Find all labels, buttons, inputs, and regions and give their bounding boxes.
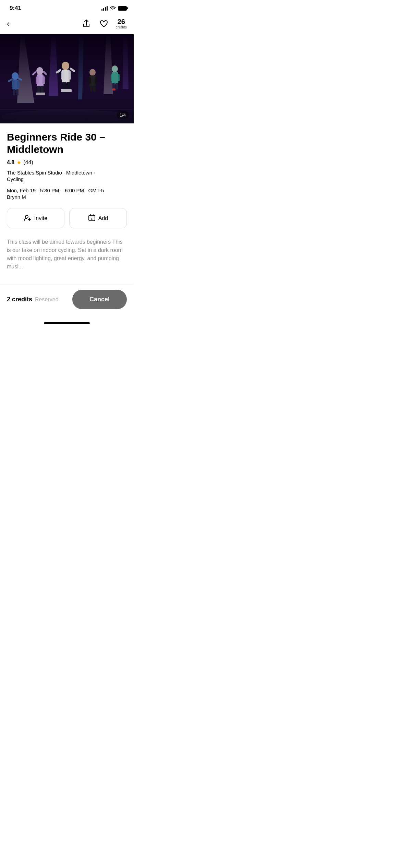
svg-rect-19: [37, 86, 40, 93]
instructor-row: Brynn M: [7, 194, 127, 200]
schedule-row: Mon, Feb 19 · 5:30 PM – 6:00 PM · GMT-5: [7, 188, 127, 193]
nav-left: ‹: [7, 18, 12, 29]
star-icon: ★: [16, 159, 21, 166]
svg-rect-29: [66, 82, 70, 89]
credits-reserved: Reserved: [35, 297, 58, 303]
share-button[interactable]: [81, 18, 92, 29]
cancel-button[interactable]: Cancel: [72, 290, 127, 309]
svg-rect-17: [36, 76, 39, 84]
svg-rect-11: [13, 89, 15, 95]
rating-number: 4.8: [7, 159, 14, 166]
rating-row: 4.8 ★ (44): [7, 159, 127, 166]
studio-name: The Stables Spin Studio: [7, 170, 62, 176]
svg-rect-36: [95, 77, 97, 84]
svg-rect-41: [111, 74, 113, 81]
favorite-button[interactable]: [98, 18, 110, 29]
studio-location: Middletown: [66, 170, 92, 176]
class-type: Cycling: [7, 176, 127, 182]
svg-rect-9: [12, 81, 14, 88]
wifi-icon: [110, 5, 116, 11]
credits-info: 2 credits Reserved: [7, 296, 59, 303]
bottom-bar: 2 credits Reserved Cancel: [0, 285, 134, 320]
svg-point-33: [89, 69, 96, 76]
image-counter: 1/4: [117, 111, 129, 119]
svg-point-6: [2, 110, 132, 123]
share-icon: [82, 19, 90, 28]
nav-bar: ‹ 26 credits: [0, 14, 134, 34]
add-button[interactable]: Add: [69, 208, 127, 228]
svg-rect-44: [116, 83, 118, 89]
back-button[interactable]: ‹: [7, 18, 12, 29]
svg-rect-20: [41, 86, 44, 93]
svg-rect-35: [88, 77, 91, 84]
heart-icon: [99, 20, 108, 28]
calendar-icon: [88, 214, 96, 222]
svg-point-47: [25, 215, 28, 218]
svg-rect-12: [16, 89, 19, 95]
svg-point-39: [112, 65, 118, 72]
credits-badge: 26 credits: [116, 18, 127, 29]
svg-rect-18: [42, 76, 45, 84]
svg-rect-42: [117, 74, 120, 81]
svg-rect-23: [36, 93, 45, 95]
status-time: 9:41: [10, 5, 21, 12]
cycling-scene-illustration: [0, 34, 134, 123]
status-bar: 9:41: [0, 0, 134, 14]
signal-icon: [101, 6, 108, 11]
invite-icon: [24, 214, 32, 222]
svg-rect-32: [61, 89, 72, 92]
main-content: Beginners Ride 30 – Middletown 4.8 ★ (44…: [0, 123, 134, 271]
home-bar: [44, 322, 90, 324]
studio-row: The Stables Spin Studio · Middletown ›: [7, 170, 127, 176]
rating-count: (44): [23, 159, 33, 166]
hero-image: 1/4: [0, 34, 134, 123]
svg-rect-26: [61, 71, 64, 80]
nav-right: 26 credits: [81, 18, 127, 29]
svg-rect-38: [93, 86, 96, 92]
svg-point-15: [36, 67, 43, 75]
battery-icon: [118, 6, 127, 11]
add-label: Add: [98, 215, 108, 221]
home-indicator: [0, 320, 134, 325]
invite-label: Invite: [34, 215, 47, 221]
svg-rect-10: [17, 81, 20, 88]
class-description: This class will be aimed towards beginne…: [7, 238, 127, 271]
svg-point-24: [62, 62, 69, 70]
credits-amount: 2 credits: [7, 296, 32, 303]
studio-dot: ·: [63, 170, 65, 176]
credits-label: credits: [116, 25, 127, 29]
svg-rect-27: [68, 71, 71, 80]
action-buttons: Invite Add: [7, 208, 127, 228]
credits-number: 26: [118, 18, 125, 25]
svg-point-7: [12, 72, 19, 80]
invite-button[interactable]: Invite: [7, 208, 64, 228]
svg-rect-28: [63, 82, 66, 89]
class-title: Beginners Ride 30 – Middletown: [7, 131, 127, 156]
chevron-right-icon: ›: [94, 170, 95, 175]
svg-rect-45: [112, 88, 116, 91]
status-icons: [101, 5, 127, 11]
svg-rect-37: [90, 86, 93, 92]
